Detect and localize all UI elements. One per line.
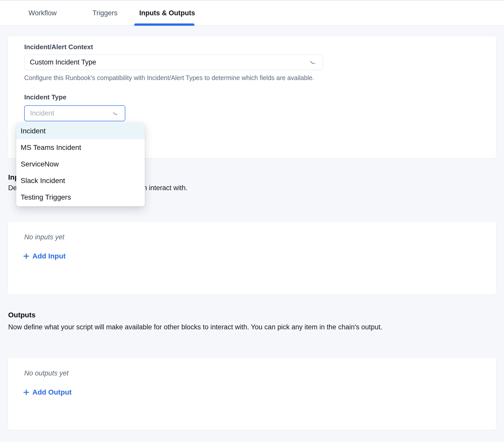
tab-triggers[interactable]: Triggers <box>92 1 118 25</box>
add-input-button[interactable]: Add Input <box>23 252 66 260</box>
no-inputs-text: No inputs yet <box>24 233 64 241</box>
incident-alert-context-value: Custom Incident Type <box>24 58 96 66</box>
runbook-settings-page: Workflow Triggers Inputs & Outputs Incid… <box>0 0 504 442</box>
tab-inputs-outputs[interactable]: Inputs & Outputs <box>140 1 195 25</box>
outputs-section-title: Outputs <box>8 311 35 319</box>
add-output-button[interactable]: Add Output <box>23 388 72 396</box>
menu-item-ms-teams-incident[interactable]: MS Teams Incident <box>16 139 145 156</box>
active-tab-indicator <box>134 23 194 26</box>
incident-type-select[interactable]: Incident <box>24 105 125 121</box>
chevron-down-icon <box>112 110 119 117</box>
incident-type-dropdown-menu: Incident MS Teams Incident ServiceNow Sl… <box>16 123 145 206</box>
incident-type-label: Incident Type <box>24 93 67 101</box>
plus-icon <box>23 253 30 260</box>
menu-item-slack-incident[interactable]: Slack Incident <box>16 172 145 189</box>
incident-alert-context-label: Incident/Alert Context <box>24 43 93 51</box>
incident-alert-context-helper: Configure this Runbook's compatibility w… <box>24 74 314 82</box>
chevron-down-icon <box>309 58 317 67</box>
tab-bar: Workflow Triggers Inputs & Outputs <box>0 0 504 26</box>
tab-workflow[interactable]: Workflow <box>28 1 57 25</box>
outputs-card: No outputs yet Add Output <box>8 358 496 430</box>
menu-item-incident[interactable]: Incident <box>16 123 145 139</box>
incident-alert-context-select[interactable]: Custom Incident Type <box>24 55 323 70</box>
inputs-card: No inputs yet Add Input <box>8 222 496 295</box>
add-input-label: Add Input <box>32 252 66 260</box>
plus-icon <box>23 389 30 396</box>
no-outputs-text: No outputs yet <box>24 369 69 377</box>
menu-item-servicenow[interactable]: ServiceNow <box>16 156 145 172</box>
add-output-label: Add Output <box>32 388 72 396</box>
incident-type-placeholder: Incident <box>25 109 54 117</box>
menu-item-testing-triggers[interactable]: Testing Triggers <box>16 189 145 205</box>
outputs-section-description: Now define what your script will make av… <box>8 323 382 331</box>
